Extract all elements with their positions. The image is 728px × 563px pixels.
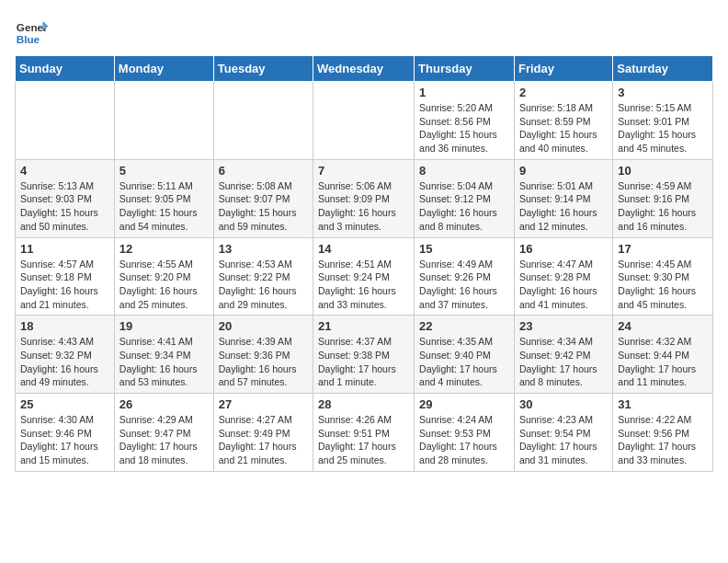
weekday-header-wednesday: Wednesday	[313, 56, 415, 82]
calendar-cell: 11Sunrise: 4:57 AM Sunset: 9:18 PM Dayli…	[16, 237, 115, 316]
day-info: Sunrise: 4:39 AM Sunset: 9:36 PM Dayligh…	[219, 335, 308, 389]
day-info: Sunrise: 5:15 AM Sunset: 9:01 PM Dayligh…	[618, 101, 708, 155]
calendar-table: SundayMondayTuesdayWednesdayThursdayFrid…	[15, 55, 713, 472]
day-info: Sunrise: 5:08 AM Sunset: 9:07 PM Dayligh…	[219, 179, 308, 234]
calendar-cell: 6Sunrise: 5:08 AM Sunset: 9:07 PM Daylig…	[213, 159, 313, 237]
day-info: Sunrise: 4:29 AM Sunset: 9:47 PM Dayligh…	[119, 413, 209, 467]
day-number: 26	[119, 397, 209, 411]
day-info: Sunrise: 5:04 AM Sunset: 9:12 PM Dayligh…	[419, 179, 509, 234]
day-info: Sunrise: 4:47 AM Sunset: 9:28 PM Dayligh…	[519, 258, 608, 312]
day-number: 14	[318, 242, 409, 256]
page-header: General Blue	[15, 15, 713, 48]
calendar-cell: 1Sunrise: 5:20 AM Sunset: 8:56 PM Daylig…	[415, 82, 515, 160]
calendar-cell: 5Sunrise: 5:11 AM Sunset: 9:05 PM Daylig…	[114, 159, 213, 237]
day-number: 31	[618, 397, 708, 411]
calendar-cell: 25Sunrise: 4:30 AM Sunset: 9:46 PM Dayli…	[16, 394, 115, 472]
calendar-cell: 9Sunrise: 5:01 AM Sunset: 9:14 PM Daylig…	[514, 159, 612, 237]
day-number: 28	[318, 397, 409, 411]
day-number: 7	[318, 164, 409, 178]
day-number: 3	[618, 86, 708, 99]
day-number: 25	[20, 397, 109, 411]
calendar-cell: 28Sunrise: 4:26 AM Sunset: 9:51 PM Dayli…	[313, 394, 415, 472]
day-number: 20	[219, 319, 308, 333]
calendar-cell: 2Sunrise: 5:18 AM Sunset: 8:59 PM Daylig…	[514, 82, 612, 160]
day-info: Sunrise: 4:32 AM Sunset: 9:44 PM Dayligh…	[618, 335, 708, 389]
day-number: 27	[219, 397, 308, 411]
day-info: Sunrise: 4:35 AM Sunset: 9:40 PM Dayligh…	[419, 335, 509, 389]
calendar-cell: 7Sunrise: 5:06 AM Sunset: 9:09 PM Daylig…	[313, 159, 415, 237]
calendar-cell: 27Sunrise: 4:27 AM Sunset: 9:49 PM Dayli…	[213, 394, 313, 472]
day-info: Sunrise: 4:43 AM Sunset: 9:32 PM Dayligh…	[20, 335, 109, 389]
calendar-cell: 18Sunrise: 4:43 AM Sunset: 9:32 PM Dayli…	[16, 316, 115, 394]
day-info: Sunrise: 4:45 AM Sunset: 9:30 PM Dayligh…	[618, 258, 708, 312]
day-info: Sunrise: 4:51 AM Sunset: 9:24 PM Dayligh…	[318, 258, 409, 312]
day-number: 29	[419, 397, 509, 411]
day-info: Sunrise: 4:22 AM Sunset: 9:56 PM Dayligh…	[618, 413, 708, 467]
day-number: 8	[419, 164, 509, 178]
weekday-header-monday: Monday	[114, 56, 213, 82]
day-info: Sunrise: 4:49 AM Sunset: 9:26 PM Dayligh…	[419, 258, 509, 312]
calendar-cell: 3Sunrise: 5:15 AM Sunset: 9:01 PM Daylig…	[613, 82, 713, 160]
calendar-cell: 31Sunrise: 4:22 AM Sunset: 9:56 PM Dayli…	[613, 394, 713, 472]
calendar-cell: 20Sunrise: 4:39 AM Sunset: 9:36 PM Dayli…	[213, 316, 313, 394]
calendar-cell: 21Sunrise: 4:37 AM Sunset: 9:38 PM Dayli…	[313, 316, 415, 394]
day-number: 4	[20, 164, 109, 178]
calendar-week-4: 18Sunrise: 4:43 AM Sunset: 9:32 PM Dayli…	[16, 316, 713, 394]
day-info: Sunrise: 4:24 AM Sunset: 9:53 PM Dayligh…	[419, 413, 509, 467]
calendar-cell: 12Sunrise: 4:55 AM Sunset: 9:20 PM Dayli…	[114, 237, 213, 316]
svg-text:Blue: Blue	[17, 33, 40, 45]
day-number: 5	[119, 164, 209, 178]
day-info: Sunrise: 5:01 AM Sunset: 9:14 PM Dayligh…	[519, 179, 608, 234]
day-info: Sunrise: 4:34 AM Sunset: 9:42 PM Dayligh…	[519, 335, 608, 389]
day-info: Sunrise: 4:59 AM Sunset: 9:16 PM Dayligh…	[618, 179, 708, 234]
day-info: Sunrise: 4:41 AM Sunset: 9:34 PM Dayligh…	[119, 335, 209, 389]
day-info: Sunrise: 4:57 AM Sunset: 9:18 PM Dayligh…	[20, 258, 109, 312]
calendar-cell: 19Sunrise: 4:41 AM Sunset: 9:34 PM Dayli…	[114, 316, 213, 394]
day-number: 16	[519, 242, 608, 256]
calendar-cell: 29Sunrise: 4:24 AM Sunset: 9:53 PM Dayli…	[415, 394, 515, 472]
logo-icon: General Blue	[15, 15, 48, 48]
day-number: 24	[618, 319, 708, 333]
calendar-cell: 22Sunrise: 4:35 AM Sunset: 9:40 PM Dayli…	[415, 316, 515, 394]
day-number: 23	[519, 319, 608, 333]
calendar-cell: 13Sunrise: 4:53 AM Sunset: 9:22 PM Dayli…	[213, 237, 313, 316]
weekday-header-saturday: Saturday	[613, 56, 713, 82]
day-number: 11	[20, 242, 109, 256]
calendar-week-5: 25Sunrise: 4:30 AM Sunset: 9:46 PM Dayli…	[16, 394, 713, 472]
day-number: 6	[219, 164, 308, 178]
calendar-cell	[16, 82, 115, 160]
day-info: Sunrise: 5:11 AM Sunset: 9:05 PM Dayligh…	[119, 179, 209, 234]
day-number: 9	[519, 164, 608, 178]
day-number: 18	[20, 319, 109, 333]
day-info: Sunrise: 4:55 AM Sunset: 9:20 PM Dayligh…	[119, 258, 209, 312]
day-number: 10	[618, 164, 708, 178]
day-info: Sunrise: 5:18 AM Sunset: 8:59 PM Dayligh…	[519, 101, 608, 155]
day-info: Sunrise: 4:53 AM Sunset: 9:22 PM Dayligh…	[219, 258, 308, 312]
calendar-cell: 8Sunrise: 5:04 AM Sunset: 9:12 PM Daylig…	[415, 159, 515, 237]
day-number: 13	[219, 242, 308, 256]
day-info: Sunrise: 5:20 AM Sunset: 8:56 PM Dayligh…	[419, 101, 509, 155]
weekday-header-friday: Friday	[514, 56, 612, 82]
day-number: 19	[119, 319, 209, 333]
day-number: 2	[519, 86, 608, 99]
day-info: Sunrise: 4:26 AM Sunset: 9:51 PM Dayligh…	[318, 413, 409, 467]
calendar-cell	[313, 82, 415, 160]
logo: General Blue	[15, 15, 51, 48]
calendar-cell	[114, 82, 213, 160]
calendar-week-1: 1Sunrise: 5:20 AM Sunset: 8:56 PM Daylig…	[16, 82, 713, 160]
calendar-cell: 24Sunrise: 4:32 AM Sunset: 9:44 PM Dayli…	[613, 316, 713, 394]
weekday-header-thursday: Thursday	[415, 56, 515, 82]
day-info: Sunrise: 5:13 AM Sunset: 9:03 PM Dayligh…	[20, 179, 109, 234]
day-number: 12	[119, 242, 209, 256]
day-number: 21	[318, 319, 409, 333]
calendar-cell: 23Sunrise: 4:34 AM Sunset: 9:42 PM Dayli…	[514, 316, 612, 394]
calendar-cell	[213, 82, 313, 160]
day-info: Sunrise: 4:37 AM Sunset: 9:38 PM Dayligh…	[318, 335, 409, 389]
day-number: 1	[419, 86, 509, 99]
day-info: Sunrise: 4:23 AM Sunset: 9:54 PM Dayligh…	[519, 413, 608, 467]
weekday-header-sunday: Sunday	[16, 56, 115, 82]
day-info: Sunrise: 4:30 AM Sunset: 9:46 PM Dayligh…	[20, 413, 109, 467]
day-number: 30	[519, 397, 608, 411]
calendar-cell: 15Sunrise: 4:49 AM Sunset: 9:26 PM Dayli…	[415, 237, 515, 316]
calendar-cell: 14Sunrise: 4:51 AM Sunset: 9:24 PM Dayli…	[313, 237, 415, 316]
